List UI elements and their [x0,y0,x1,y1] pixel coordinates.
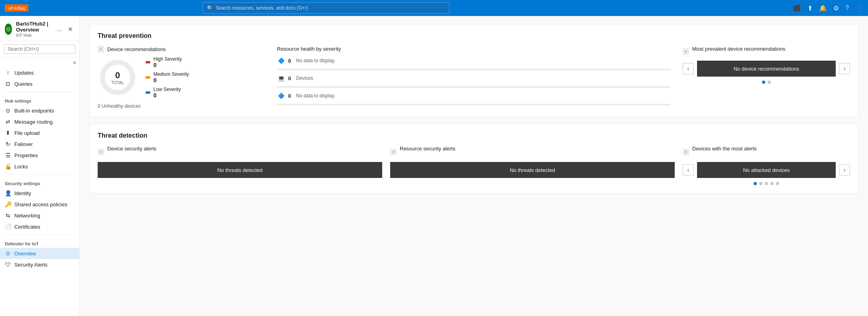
sidebar-search-input[interactable] [4,44,75,54]
security-alerts-icon: 🛡 [5,261,11,268]
legend-medium-text: Medium Severity 0 [153,71,189,83]
resource-alerts-icon: ▪ [390,149,397,155]
health-icon-0: 🔷 [277,57,285,65]
device-alerts-header: ▪ Device security alerts [98,146,382,158]
device-alerts-icon: ▪ [98,149,104,155]
legend-dot-medium [145,76,150,79]
devices-most-alerts-panel: ▪ Devices with the most alerts ‹ No atta… [683,146,850,185]
devices-most-dots [683,182,850,185]
sidebar-item-built-in-endpoints[interactable]: ⊙ Built-in endpoints [0,105,79,116]
sidebar-item-networking[interactable]: ⇆ Networking [0,210,79,221]
device-rec-title: Device recommendations [107,46,166,52]
sidebar-item-locks[interactable]: 🔒 Locks [0,161,79,172]
devices-most-prev-button[interactable]: ‹ [683,164,694,176]
devices-most-icon: ▪ [683,149,689,155]
global-search-bar[interactable]: 🔍 [202,2,450,14]
sidebar-item-properties-label: Properties [14,152,38,158]
health-label-2: No data to display. [296,93,336,99]
hub-more-button[interactable]: ... [57,26,62,33]
hub-icon: ⊙ [5,24,12,35]
help-icon[interactable]: ? [845,4,849,12]
health-label-1: Devices [296,75,313,81]
overview-icon: ⊙ [5,250,11,257]
prevalent-icon: ▪ [683,48,689,55]
unhealthy-label: 0 Unhealthy devices [98,103,265,109]
sidebar-item-overview-label: Overview [14,251,36,257]
threat-detection-grid: ▪ Device security alerts No threats dete… [98,146,850,185]
devices-most-dot-3 [770,182,774,185]
health-row-0: 🔷 0 No data to display. [277,57,671,65]
health-row-1: 💻 0 Devices [277,74,671,82]
donut-area: 0 TOTAL High Severity 0 [98,56,265,99]
certificates-icon: 📄 [5,223,11,230]
donut-center: 0 TOTAL [111,70,124,85]
sidebar-item-file-upload[interactable]: ⬆ File upload [0,127,79,138]
legend-medium-count: 0 [153,77,189,83]
prevalent-dot-0 [762,81,765,84]
sidebar-item-identity-label: Identity [14,190,31,196]
bell-icon[interactable]: 🔔 [819,4,827,12]
sidebar-item-updates-label: Updates [14,70,33,76]
global-search-input[interactable] [216,5,445,11]
routing-icon: ⇄ [5,118,11,125]
shared-access-icon: 🔑 [5,201,11,207]
sidebar-item-updates[interactable]: ↑ Updates [0,67,79,78]
report-bug-button[interactable]: ort a bug [5,4,28,12]
sidebar-item-identity[interactable]: 👤 Identity [0,188,79,199]
threat-detection-title: Threat detection [98,132,850,139]
health-row-2: 🔷 0 No data to display. [277,92,671,100]
sidebar-item-certificates[interactable]: 📄 Certificates [0,221,79,232]
health-icon-1: 💻 [277,74,285,82]
prevalent-prev-button[interactable]: ‹ [683,63,694,74]
hub-title-area: BarloTHub2 | Overview IoT Hub [16,21,53,38]
threat-detection-section: Threat detection ▪ Device security alert… [89,124,858,194]
unhealthy-count: 0 [98,103,100,109]
sidebar-item-overview[interactable]: ⊙ Overview [0,248,79,259]
screenshot-icon[interactable]: ⬛ [793,4,801,12]
collapse-button[interactable]: « [73,59,76,65]
sidebar-item-failover-label: Failover [14,141,33,147]
legend-low-count: 0 [153,92,181,99]
device-rec-header: ▪ Device recommendations [98,46,265,52]
legend-high-text: High Severity 0 [153,56,182,68]
sidebar-item-message-routing[interactable]: ⇄ Message routing [0,116,79,127]
sidebar-item-shared-access-label: Shared access policies [14,201,67,207]
device-recommendations-panel: ▪ Device recommendations 0 TOTAL [98,46,265,109]
app-shell: ⊙ BarloTHub2 | Overview IoT Hub ... ✕ « … [0,16,868,316]
health-count-2: 0 [288,93,293,99]
devices-most-next-button[interactable]: › [839,164,850,176]
queries-icon: ⊡ [5,81,11,87]
most-prevalent-panel: ▪ Most prevalent device recommendations … [683,46,850,84]
donut-legend: High Severity 0 Medium Severity 0 [145,56,189,99]
threat-prevention-title: Threat prevention [98,32,850,40]
upload-icon[interactable]: ⬆ [807,4,813,12]
sidebar-item-security-alerts-label: Security Alerts [14,262,47,268]
prevalent-next-button[interactable]: › [839,63,850,74]
prevalent-title: Most prevalent device recommendations [692,46,785,52]
sidebar-item-shared-access[interactable]: 🔑 Shared access policies [0,199,79,210]
sidebar-item-properties[interactable]: ☰ Properties [0,150,79,161]
feedback-icon[interactable]: 👤 [855,4,863,12]
sidebar-item-security-alerts[interactable]: 🛡 Security Alerts [0,259,79,270]
device-security-alerts-panel: ▪ Device security alerts No threats dete… [98,146,382,178]
networking-icon: ⇆ [5,212,11,219]
resource-alerts-title: Resource security alerts [400,146,455,152]
resource-health-panel: Resource health by severity 🔷 0 No data … [273,46,675,105]
devices-most-carousel: ‹ No attacked devices › [683,162,850,178]
sidebar-item-queries[interactable]: ⊡ Queries [0,78,79,89]
devices-most-content: No attacked devices [697,162,836,178]
sidebar-item-networking-label: Networking [14,213,40,219]
section-hub-settings: Hub settings [0,95,79,105]
legend-high-label: High Severity [153,56,182,62]
separator-1 [5,92,75,92]
settings-icon[interactable]: ⚙ [833,4,839,12]
sidebar-close-button[interactable]: ✕ [66,24,75,35]
donut-count: 0 [111,70,124,81]
resource-health-title: Resource health by severity [277,46,671,52]
legend-medium: Medium Severity 0 [145,71,189,83]
separator-2 [5,174,75,175]
sidebar-item-failover[interactable]: ↻ Failover [0,138,79,150]
devices-most-title: Devices with the most alerts [692,146,757,152]
health-count-0: 0 [288,58,293,64]
devices-most-header: ▪ Devices with the most alerts [683,146,850,158]
